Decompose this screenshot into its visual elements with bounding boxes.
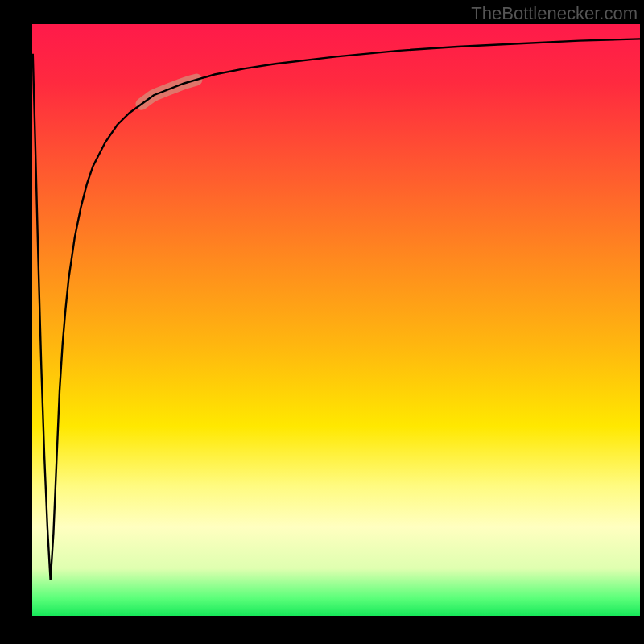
watermark-text: TheBottlenecker.com — [471, 3, 638, 24]
curve-line — [33, 39, 640, 580]
curve-layer — [32, 24, 640, 616]
chart-root: TheBottlenecker.com — [0, 0, 644, 644]
curve-highlight — [142, 80, 196, 104]
